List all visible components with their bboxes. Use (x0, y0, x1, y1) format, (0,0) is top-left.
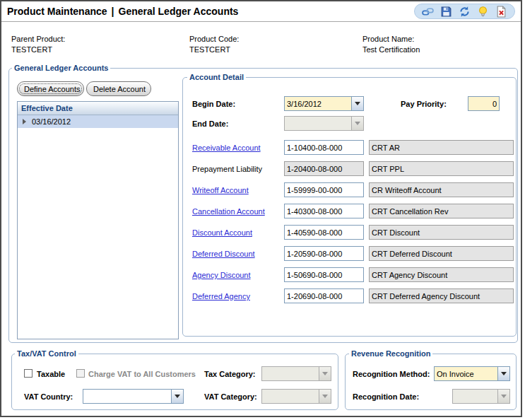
effective-date-row-label: 03/16/2012 (32, 117, 71, 126)
vat-category-combo (261, 389, 331, 404)
link-icon[interactable] (422, 6, 434, 18)
deferred-discount-desc (369, 246, 514, 261)
recognition-date-combo (452, 389, 510, 404)
account-detail-legend: Account Detail (187, 73, 246, 81)
agency-discount-link[interactable]: Agency Discount (192, 271, 251, 279)
delete-account-button[interactable]: Delete Account (86, 81, 151, 96)
cancellation-account-link[interactable]: Cancellation Account (192, 207, 265, 216)
chevron-down-icon (319, 390, 331, 403)
vat-country-value[interactable] (83, 390, 171, 403)
chevron-down-icon[interactable] (497, 367, 509, 380)
discount-account-link[interactable]: Discount Account (192, 228, 252, 237)
tax-category-label: Tax Category: (204, 370, 256, 378)
cancellation-account-desc (369, 204, 514, 218)
writeoff-account-desc (369, 182, 514, 197)
chevron-down-icon (497, 390, 509, 403)
recognition-date-value (453, 390, 497, 403)
tax-category-combo (261, 366, 331, 381)
pay-priority-input[interactable] (468, 96, 500, 111)
recognition-method-value[interactable] (435, 367, 497, 380)
revenue-recognition-legend: Revenue Recognition (349, 349, 432, 358)
page-title-left: Product Maintenance (7, 6, 107, 17)
vat-category-label: VAT Category: (204, 392, 257, 401)
deferred-agency-input[interactable] (284, 288, 364, 303)
header-toolbar (414, 4, 515, 19)
prepayment-liability-desc (369, 161, 514, 176)
product-code-label: Product Code: (189, 35, 239, 43)
deferred-agency-link[interactable]: Deferred Agency (192, 292, 250, 301)
begin-date-combo[interactable] (284, 96, 364, 111)
parent-product-value: TESTCERT (11, 45, 52, 54)
chevron-down-icon[interactable] (171, 390, 183, 403)
chevron-down-icon (351, 117, 363, 130)
charge-vat-checkbox (76, 369, 85, 378)
agency-discount-input[interactable] (284, 267, 364, 282)
recognition-date-label: Recognition Date: (353, 392, 419, 401)
cancellation-account-input[interactable] (284, 204, 364, 218)
recognition-method-label: Recognition Method: (353, 370, 430, 378)
recognition-method-combo[interactable] (434, 366, 510, 381)
save-icon[interactable] (440, 6, 452, 18)
discount-account-desc (369, 225, 514, 240)
product-code-value: TESTCERT (189, 45, 230, 54)
prepayment-liability-input (284, 161, 364, 176)
parent-product-label: Parent Product: (11, 35, 65, 43)
product-name-value: Test Certification (362, 45, 420, 54)
deferred-agency-desc (369, 288, 514, 303)
vat-category-value (262, 390, 319, 403)
header-divider (1, 21, 521, 22)
deferred-discount-input[interactable] (284, 246, 364, 261)
tax-category-value (262, 367, 319, 380)
tax-vat-control-legend: Tax/VAT Control (15, 349, 78, 358)
page-title-right: General Ledger Accounts (119, 6, 239, 17)
effective-date-column-header: Effective Date (18, 102, 178, 115)
effective-date-list: Effective Date 03/16/2012 (17, 101, 179, 339)
charge-vat-label: Charge VAT to All Customers (88, 370, 196, 378)
agency-discount-desc (369, 267, 514, 282)
define-accounts-button[interactable]: Define Accounts (17, 81, 84, 96)
product-name-label: Product Name: (362, 35, 414, 43)
vat-country-label: VAT Country: (24, 392, 73, 401)
pay-priority-label: Pay Priority: (401, 100, 447, 108)
general-ledger-accounts-legend: General Ledger Accounts (12, 64, 110, 72)
page-title: Product Maintenance|General Ledger Accou… (7, 6, 238, 17)
receivable-account-input[interactable] (284, 140, 364, 155)
page-title-separator: | (107, 6, 119, 17)
deferred-discount-link[interactable]: Deferred Discount (192, 250, 255, 258)
end-date-combo (284, 116, 364, 131)
chevron-down-icon[interactable] (351, 97, 363, 110)
begin-date-value[interactable] (285, 97, 351, 110)
tree-expander-icon[interactable] (23, 119, 26, 124)
taxable-checkbox[interactable] (24, 369, 33, 378)
receivable-account-desc (369, 140, 514, 155)
taxable-label: Taxable (37, 370, 65, 378)
refresh-icon[interactable] (459, 6, 471, 18)
product-maintenance-window: Product Maintenance|General Ledger Accou… (0, 0, 522, 417)
receivable-account-link[interactable]: Receivable Account (192, 144, 261, 152)
begin-date-label: Begin Date: (192, 100, 235, 108)
writeoff-account-link[interactable]: Writeoff Account (192, 186, 249, 194)
discount-account-input[interactable] (284, 225, 364, 240)
effective-date-row[interactable]: 03/16/2012 (18, 115, 178, 128)
end-date-value (285, 117, 351, 130)
lightbulb-icon[interactable] (477, 6, 489, 18)
vat-country-combo[interactable] (83, 389, 184, 404)
chevron-down-icon (319, 367, 331, 380)
end-date-label: End Date: (192, 119, 228, 128)
close-document-icon[interactable] (495, 6, 507, 18)
writeoff-account-input[interactable] (284, 182, 364, 197)
prepayment-liability-label: Prepayment Liability (192, 165, 262, 173)
